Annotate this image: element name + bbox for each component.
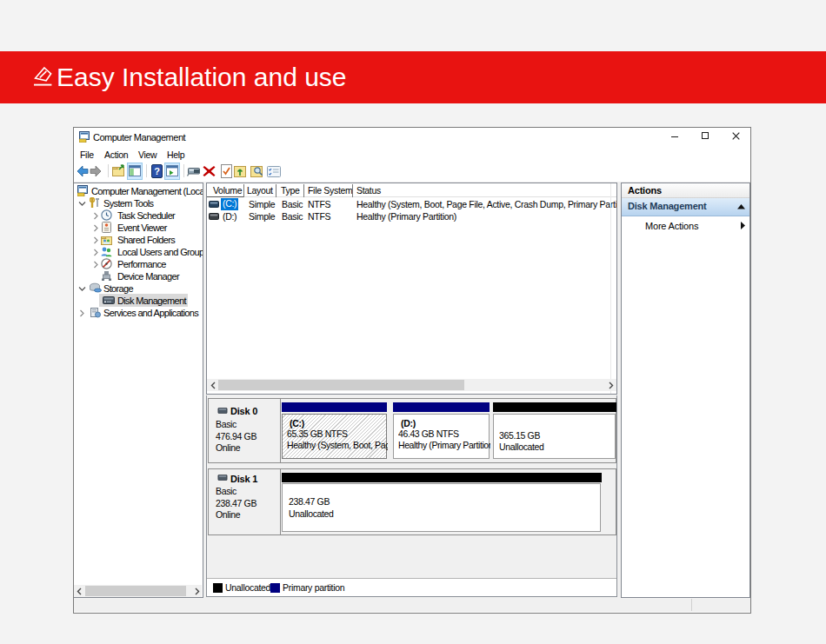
svg-text:?: ? <box>154 166 160 176</box>
